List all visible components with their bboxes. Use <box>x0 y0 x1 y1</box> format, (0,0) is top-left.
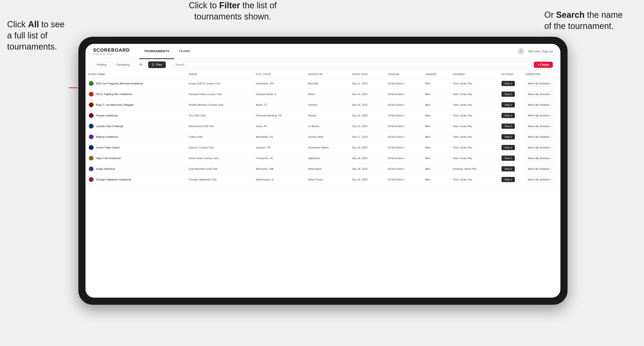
plus-icon: + <box>550 82 552 85</box>
city-text: Westchester, IL <box>256 178 274 181</box>
venue-cell: Jackson Country Club <box>186 142 253 153</box>
scoring-text: Team, Stroke Play <box>453 146 472 149</box>
annotation-topright: Or Search the name of the tournament. <box>544 9 630 32</box>
add-to-schedule-button[interactable]: Add to My Schedule + <box>525 166 554 172</box>
table-row: Upstate Dual Challenge Ravenwood Golf Cl… <box>86 121 560 132</box>
event-name-wrapper: 2023 Joe Feaganes Marshall Invitational <box>88 81 183 86</box>
search-input[interactable] <box>172 61 532 68</box>
hosted-text: Washington <box>308 168 322 170</box>
city-cell: Manhattan, KS <box>253 132 305 142</box>
action-cell: View ℹ <box>499 121 522 132</box>
add-to-schedule-button[interactable]: Add to My Schedule + <box>525 81 554 86</box>
scoring-cell: Team, Stroke Play <box>450 110 499 121</box>
event-name: Upstate Dual Challenge <box>96 125 124 128</box>
gender-cell: Men <box>422 164 450 174</box>
team-logo-circle <box>89 113 94 118</box>
add-to-schedule-button[interactable]: Add to My Schedule + <box>525 113 554 118</box>
logo-sub: Powered by clippd <box>93 53 130 55</box>
division-cell: NCAA Division I <box>385 132 422 142</box>
add-to-schedule-button[interactable]: Add to My Schedule + <box>525 102 554 108</box>
info-icon: ℹ <box>511 125 512 128</box>
hosted-text: Marshall <box>308 82 318 85</box>
tab-competing[interactable]: Competing <box>112 61 133 68</box>
event-name-wrapper: Upstate Dual Challenge <box>88 123 183 129</box>
info-icon: ℹ <box>511 168 512 170</box>
city-cell: Huntington, WV <box>253 78 305 89</box>
date-text: Sep 16, 2023 <box>352 114 367 117</box>
plus-icon: + <box>550 136 552 138</box>
hosted-text: Fairfield <box>308 103 317 106</box>
division-text: NCAA Division I <box>388 168 405 170</box>
team-logo <box>88 91 94 97</box>
event-name-cell-2: OFCC Fighting Illini Invitational <box>86 89 186 100</box>
view-button[interactable]: View ℹ <box>502 177 515 182</box>
team-logo-circle <box>89 92 94 97</box>
gender-cell: Men <box>422 110 450 121</box>
venue-text: Sand Creek Country Club <box>188 157 218 160</box>
view-button[interactable]: View ℹ <box>502 81 515 86</box>
table-row: Grover Page Classic Jackson Country Club… <box>86 142 560 153</box>
team-logo <box>88 145 94 150</box>
view-button[interactable]: View ℹ <box>502 92 515 97</box>
date-text: Sep 17, 2023 <box>352 135 367 138</box>
scoring-cell: Team, Stroke Play <box>450 153 499 164</box>
info-icon: ℹ <box>511 157 512 160</box>
filter-label: Filter <box>156 63 162 66</box>
hosted-by-cell: Tennessee-Martin <box>305 142 349 153</box>
city-cell: Plymouth Meeting, PA <box>253 110 305 121</box>
date-cell: Sep 18, 2023 <box>349 174 385 185</box>
team-logo <box>88 123 94 129</box>
table-row: Temple Invitational The 1912 ClubPlymout… <box>86 110 560 121</box>
view-button[interactable]: View ℹ <box>502 134 515 140</box>
division-cell: NCAA Division I <box>385 110 422 121</box>
venue-text: Chicago Highlands Club <box>188 178 216 181</box>
nav-tab-tournaments[interactable]: TOURNAMENTS <box>139 44 174 59</box>
hosted-by-cell: Temple <box>305 110 349 121</box>
add-to-schedule-button[interactable]: Add to My Schedule + <box>525 145 554 150</box>
add-to-schedule-button[interactable]: Add to My Schedule + <box>525 134 554 140</box>
add-to-schedule-button[interactable]: Add to My Schedule + <box>525 177 554 182</box>
tab-all[interactable]: All <box>136 61 146 68</box>
plus-icon: + <box>550 168 552 170</box>
view-button[interactable]: View ℹ <box>502 166 515 172</box>
nav-tab-teams[interactable]: TEAMS <box>174 44 195 59</box>
date-cell: Sep 18, 2023 <box>349 164 385 174</box>
division-text: NCAA Division I <box>388 136 405 138</box>
event-name-wrapper: Grover Page Classic <box>88 145 183 150</box>
hosted-by-cell: Fairfield <box>305 100 349 110</box>
tab-hosting[interactable]: Hosting <box>93 61 110 68</box>
division-text: NCAA Division I <box>388 93 405 96</box>
division-cell: NCAA Division I <box>385 153 422 164</box>
add-to-schedule-button[interactable]: Add to My Schedule + <box>525 92 554 97</box>
view-button[interactable]: View ℹ <box>502 113 515 118</box>
view-button[interactable]: View ℹ <box>502 102 515 107</box>
division-text: NCAA Division I <box>388 146 405 149</box>
add-to-schedule-button[interactable]: Add to My Schedule + <box>525 156 554 161</box>
venue-cell: Guyan Golf & Country Club <box>186 78 253 89</box>
city-cell: Chesterton, IN <box>253 153 305 164</box>
add-to-schedule-button[interactable]: Add to My Schedule + <box>525 124 554 129</box>
date-text: Sep 16, 2023 <box>352 103 367 106</box>
col-hosted-by: HOSTED BY <box>305 71 349 78</box>
event-name-cell-1: 2023 Joe Feaganes Marshall Invitational <box>86 78 186 89</box>
team-logo <box>88 155 94 161</box>
team-logo-circle <box>89 102 94 107</box>
action-cell: View ℹ <box>499 153 522 164</box>
scoring-text: Team, Stroke Play <box>453 114 472 117</box>
competing-cell: Add to My Schedule + <box>522 121 560 132</box>
filter-button[interactable]: ☰ Filter <box>148 61 166 68</box>
action-cell: View ℹ <box>499 78 522 89</box>
team-logo <box>88 166 94 172</box>
division-text: NCAA Division I <box>388 178 405 181</box>
col-event-name: EVENT NAME <box>86 71 186 78</box>
view-button[interactable]: View ℹ <box>502 124 515 129</box>
city-cell: Olympia Fields, IL <box>253 89 305 100</box>
view-button[interactable]: View ℹ <box>502 156 515 161</box>
city-cell: Westchester, IL <box>253 174 305 185</box>
event-name-wrapper: OFCC Fighting Illini Invitational <box>88 91 183 97</box>
view-button[interactable]: View ℹ <box>502 145 515 150</box>
hosted-text: Temple <box>308 114 316 117</box>
scoring-cell: Individual, Stroke Play <box>450 164 499 174</box>
create-button[interactable]: + Create <box>534 62 553 68</box>
division-text: NCAA Division I <box>388 82 405 85</box>
